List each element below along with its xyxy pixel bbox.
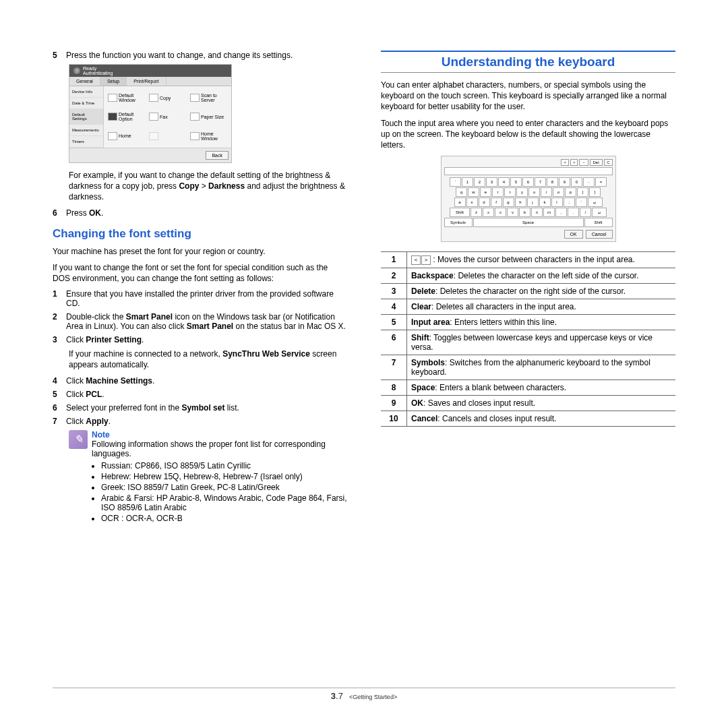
status-ready: Ready <box>83 66 113 71</box>
keyboard-intro-2: Touch the input area where you need to e… <box>381 118 675 151</box>
side-measurements: Measurements <box>69 125 103 136</box>
tab-general: General <box>69 77 100 86</box>
tab-print-report: Print/Report <box>127 77 166 86</box>
side-date-time: Date & Time <box>69 98 103 109</box>
intro-2: If you want to change the font or set th… <box>53 262 347 284</box>
status-auth: Authenticating <box>83 71 113 75</box>
keyboard-screenshot: < > ← Del. C `1234567890-=qwertyuiop[]as… <box>441 156 616 242</box>
tab-setup: Setup <box>100 77 127 86</box>
settings-panel-screenshot: ? Ready Authenticating General Setup Pri… <box>69 64 232 163</box>
section-heading: Changing the font setting <box>53 227 347 241</box>
keyboard-input-area <box>444 167 613 175</box>
step-number: 6 <box>53 208 66 218</box>
help-icon: ? <box>73 67 80 74</box>
main-heading: Understanding the keyboard <box>381 51 675 73</box>
note-icon: ✎ <box>69 430 88 449</box>
note-title: Note <box>92 430 347 439</box>
side-default-settings: Default Settings <box>69 109 103 125</box>
back-button: Back <box>206 151 229 160</box>
page-footer: 3.7 <Getting Started> <box>53 688 675 701</box>
side-timers: Timers <box>69 136 103 148</box>
keyboard-legend-table: 1<> : Moves the cursor between character… <box>381 251 675 427</box>
kb-ok: OK <box>564 230 583 239</box>
note-list: Russian: CP866, ISO 8859/5 Latin Cyrilli… <box>92 461 347 523</box>
example-text: For example, if you want to change the d… <box>69 170 347 203</box>
keyboard-intro-1: You can enter alphabet characters, numbe… <box>381 80 675 113</box>
step-text: Press the function you want to change, a… <box>66 51 347 60</box>
right-column: Understanding the keyboard You can enter… <box>381 51 675 526</box>
side-device-info: Device Info <box>69 86 103 98</box>
left-column: 5 Press the function you want to change,… <box>53 51 347 526</box>
note-block: ✎ Note Following information shows the p… <box>69 430 347 526</box>
intro-1: Your machine has preset the font for you… <box>53 246 347 257</box>
kb-cancel: Cancel <box>586 230 613 239</box>
step-number: 5 <box>53 51 66 60</box>
